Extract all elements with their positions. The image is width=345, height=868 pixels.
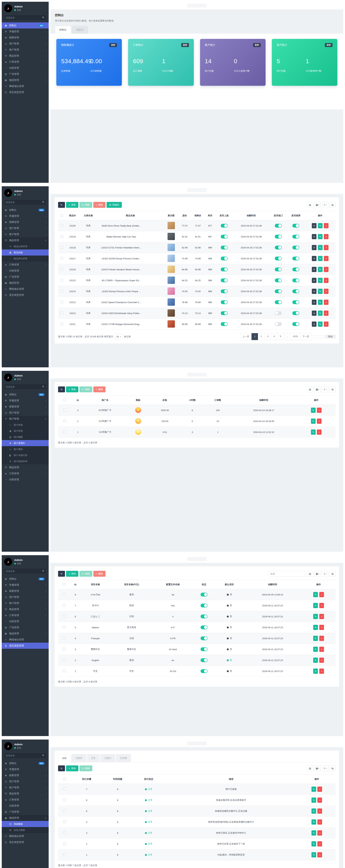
column-header[interactable]: 语言名称(中文): [110, 580, 153, 589]
export-button[interactable]: ⇩▾: [322, 386, 328, 392]
hot-toggle[interactable]: [275, 224, 282, 227]
sidebar-item[interactable]: ✦ 商户管理 ‹: [2, 784, 49, 790]
sidebar-item[interactable]: ◉ 控制台 hot: [2, 760, 49, 766]
sidebar-item[interactable]: Ⓟ 商品管理 ‹: [2, 606, 49, 612]
row-edit-button[interactable]: ✎: [312, 852, 316, 858]
column-header[interactable]: 商品ID: [65, 211, 80, 220]
column-header[interactable]: 价格: [150, 396, 180, 405]
page-button[interactable]: 4: [271, 333, 278, 340]
sidebar-item[interactable]: ▤ 广告管理: [2, 274, 49, 280]
delete-button[interactable]: ×删除: [93, 571, 106, 577]
hot-toggle[interactable]: [275, 235, 282, 239]
detail-view-button[interactable]: ▤: [307, 571, 313, 577]
row-checkbox[interactable]: [60, 224, 63, 227]
status-toggle[interactable]: [201, 658, 207, 662]
sidebar-item[interactable]: ⚙ 常规管理 ‹: [2, 213, 49, 219]
refresh-button[interactable]: ↻: [58, 386, 65, 392]
refresh-button[interactable]: ↻: [58, 766, 65, 771]
column-header[interactable]: 状态: [193, 580, 215, 589]
sidebar-item[interactable]: 文 语言类型管理: [2, 292, 49, 298]
sidebar-item[interactable]: Ⓟ 商品管理 ‹: [2, 464, 49, 470]
menu-search-input[interactable]: [4, 752, 47, 758]
hot-toggle[interactable]: [275, 268, 282, 271]
row-edit-button[interactable]: ✎: [313, 625, 318, 630]
table-search-button[interactable]: [329, 386, 336, 392]
row-delete-button[interactable]: ×: [317, 418, 321, 424]
sidebar-item[interactable]: ▤ 广告管理: [2, 624, 49, 630]
page-button[interactable]: 下一页: [300, 333, 312, 340]
sidebar-item[interactable]: ◔ 问答管理: [2, 618, 49, 624]
row-delete-button[interactable]: ×: [319, 647, 324, 652]
recommend-toggle[interactable]: [292, 235, 299, 239]
sidebar-item[interactable]: ✦ 商户管理 v: [2, 416, 49, 422]
move-button[interactable]: ✛: [312, 300, 316, 305]
column-header[interactable]: 操作: [301, 580, 336, 589]
tab-custom[interactable]: 自定义: [72, 26, 88, 34]
page-button[interactable]: 上一页: [240, 333, 252, 340]
row-edit-button[interactable]: ✎: [313, 669, 318, 674]
sidebar-item[interactable]: ◈ 订单管理 ‹: [2, 261, 49, 268]
sidebar-item[interactable]: Ⓟ 商品管理 v: [2, 237, 49, 243]
move-button[interactable]: ✛: [312, 289, 316, 294]
sidebar-item[interactable]: ▣ 物流管理 ‹: [2, 630, 49, 637]
row-delete-button[interactable]: ×: [317, 786, 322, 792]
sidebar-item[interactable]: 文 语言类型管理: [2, 839, 49, 845]
row-delete-button[interactable]: ×: [324, 278, 328, 283]
column-header[interactable]: 小时数: [179, 396, 205, 405]
row-checkbox[interactable]: [63, 615, 65, 618]
sidebar-item[interactable]: ▤ 广告管理: [2, 809, 49, 815]
sidebar-item[interactable]: ◧ 商户充值记录: [2, 452, 49, 458]
status-tab[interactable]: 已暂停: [71, 754, 86, 762]
sidebar-item[interactable]: ▣ 物流管理 ‹: [2, 280, 49, 286]
detail-view-button[interactable]: ▤: [307, 386, 313, 392]
row-checkbox[interactable]: [63, 659, 65, 661]
sidebar-item[interactable]: $ 商户提现管理: [2, 458, 49, 464]
row-delete-button[interactable]: ×: [317, 798, 322, 803]
row-checkbox[interactable]: [63, 831, 66, 834]
sidebar-item[interactable]: ✦ 商户管理 ‹: [2, 47, 49, 53]
recommend-toggle[interactable]: [292, 289, 299, 293]
status-toggle[interactable]: [201, 603, 207, 608]
row-edit-button[interactable]: ✎: [318, 289, 323, 294]
row-edit-button[interactable]: ✎: [318, 300, 323, 305]
row-delete-button[interactable]: ×: [317, 819, 322, 825]
row-edit-button[interactable]: ✎: [313, 592, 318, 597]
sidebar-item[interactable]: ◎ 用户管理 ‹: [2, 225, 49, 231]
page-button[interactable]: 2: [258, 333, 264, 340]
row-edit-button[interactable]: ✎: [311, 408, 316, 413]
select-all-checkbox[interactable]: [63, 778, 66, 780]
row-edit-button[interactable]: ✎: [311, 418, 316, 424]
row-delete-button[interactable]: ×: [317, 430, 321, 435]
export-button[interactable]: ⇩▾: [322, 202, 328, 208]
move-button[interactable]: ✛: [312, 245, 316, 250]
row-checkbox[interactable]: [63, 809, 66, 812]
sidebar-item[interactable]: ▭ 商户通知: [2, 446, 49, 452]
table-search-button[interactable]: [329, 766, 336, 771]
sidebar-item[interactable]: ○ 商品评论管理: [2, 255, 49, 261]
hot-toggle[interactable]: [275, 289, 282, 293]
row-edit-button[interactable]: ✎: [312, 819, 316, 825]
onshelf-toggle[interactable]: [221, 300, 228, 304]
row-edit-button[interactable]: ✎: [313, 658, 318, 663]
row-edit-button[interactable]: ✎: [312, 798, 316, 803]
sidebar-item[interactable]: ⌂ 商户列表: [2, 422, 49, 428]
column-header[interactable]: 创建时间: [230, 396, 297, 405]
export-button[interactable]: ⇩▾: [322, 571, 328, 577]
columns-button[interactable]: ▦▾: [314, 202, 321, 208]
sidebar-item[interactable]: ◎ 用户管理 ‹: [2, 410, 49, 416]
row-edit-button[interactable]: ✎: [318, 278, 323, 283]
status-tab[interactable]: 正常: [87, 754, 99, 762]
move-button[interactable]: ✛: [312, 278, 316, 283]
status-toggle[interactable]: [201, 625, 207, 629]
refresh-button[interactable]: ↻: [58, 571, 65, 577]
row-checkbox[interactable]: [60, 290, 63, 292]
column-header[interactable]: ID: [70, 580, 81, 589]
row-edit-button[interactable]: ✎: [318, 321, 323, 327]
page-button[interactable]: 5: [277, 333, 284, 340]
status-toggle[interactable]: [201, 615, 207, 618]
jump-button[interactable]: 跳转: [325, 335, 336, 338]
row-checkbox[interactable]: [60, 279, 63, 281]
column-header[interactable]: 操作: [298, 775, 336, 784]
recommend-toggle[interactable]: [292, 278, 299, 282]
hot-toggle[interactable]: [275, 322, 282, 326]
